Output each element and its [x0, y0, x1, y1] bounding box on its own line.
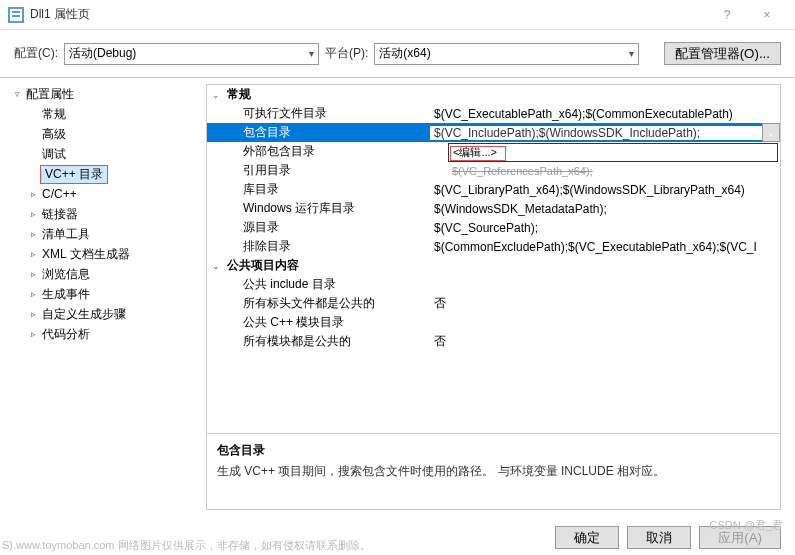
tree-item[interactable]: ▹XML 文档生成器	[4, 244, 196, 264]
grid-row-label: 外部包含目录	[225, 143, 430, 160]
expand-icon[interactable]: ▹	[26, 189, 40, 199]
grid-row[interactable]: 所有标头文件都是公共的否	[207, 294, 780, 313]
grid-row[interactable]: Windows 运行库目录$(WindowsSDK_MetadataPath);	[207, 199, 780, 218]
grid-row[interactable]: 公共 include 目录	[207, 275, 780, 294]
app-icon	[8, 7, 24, 23]
chevron-down-icon: ▾	[629, 48, 634, 59]
grid-row-value[interactable]: $(VC_IncludePath);$(WindowsSDK_IncludePa…	[430, 126, 762, 140]
grid-row-label: 引用目录	[225, 162, 430, 179]
tree-item[interactable]: ▹浏览信息	[4, 264, 196, 284]
toolbar: 配置(C): 活动(Debug) ▾ 平台(P): 活动(x64) ▾ 配置管理…	[0, 30, 795, 78]
grid-row-label: Windows 运行库目录	[225, 200, 430, 217]
dropdown-button[interactable]: ⌄	[762, 123, 780, 142]
grid-row-value[interactable]: $(WindowsSDK_MetadataPath);	[430, 202, 780, 216]
blank-icon: ·	[26, 169, 40, 179]
description-text: 生成 VC++ 项目期间，搜索包含文件时使用的路径。 与环境变量 INCLUDE…	[217, 463, 770, 480]
platform-value: 活动(x64)	[379, 45, 430, 62]
tree-item[interactable]: ·VC++ 目录	[4, 164, 196, 184]
watermark-csdn: CSDN @君_君	[709, 518, 783, 533]
tree-label: VC++ 目录	[40, 165, 108, 184]
collapse-icon[interactable]: ⌄	[207, 90, 225, 100]
grid-row-label: 包含目录	[225, 124, 430, 141]
platform-combo[interactable]: 活动(x64) ▾	[374, 43, 639, 65]
tree-view: ▿配置属性·常规·高级·调试·VC++ 目录▹C/C++▹链接器▹清单工具▹XM…	[0, 78, 200, 516]
tree-label: 配置属性	[24, 85, 76, 104]
grid-row-value[interactable]: $(CommonExcludePath);$(VC_ExecutablePath…	[430, 240, 780, 254]
blank-icon: ·	[26, 149, 40, 159]
grid-row-value[interactable]: 否	[430, 333, 780, 350]
tree-item[interactable]: ▹链接器	[4, 204, 196, 224]
tree-label: 常规	[40, 105, 68, 124]
grid-row-value[interactable]: $(VC_LibraryPath_x64);$(WindowsSDK_Libra…	[430, 183, 780, 197]
cancel-button[interactable]: 取消	[627, 526, 691, 549]
tree-label: C/C++	[40, 186, 79, 202]
collapse-icon[interactable]: ▿	[10, 89, 24, 99]
ok-button[interactable]: 确定	[555, 526, 619, 549]
tree-item[interactable]: ·调试	[4, 144, 196, 164]
expand-icon[interactable]: ▹	[26, 309, 40, 319]
tree-item[interactable]: ▹代码分析	[4, 324, 196, 344]
svg-rect-2	[12, 11, 20, 13]
expand-icon[interactable]: ▹	[26, 329, 40, 339]
collapse-icon[interactable]: ⌄	[207, 261, 225, 271]
grid-section-header[interactable]: ⌄公共项目内容	[207, 256, 780, 275]
tree-label: XML 文档生成器	[40, 245, 132, 264]
svg-rect-3	[12, 15, 20, 17]
grid-row[interactable]: 源目录$(VC_SourcePath);	[207, 218, 780, 237]
chevron-down-icon: ▾	[309, 48, 314, 59]
tree-label: 代码分析	[40, 325, 92, 344]
grid-row-value[interactable]: $(VC_ExecutablePath_x64);$(CommonExecuta…	[430, 107, 780, 121]
grid-row-label: 公共 include 目录	[225, 276, 430, 293]
tree-item[interactable]: ▿配置属性	[4, 84, 196, 104]
grid-row[interactable]: 可执行文件目录$(VC_ExecutablePath_x64);$(Common…	[207, 104, 780, 123]
grid-row[interactable]: 所有模块都是公共的否	[207, 332, 780, 351]
edit-value: <编辑...>	[453, 145, 497, 160]
grid-row-label: 库目录	[225, 181, 430, 198]
obscured-value: $(VC_ReferencesPath_x64);	[452, 165, 593, 177]
grid-header-label: 常规	[225, 86, 430, 103]
description-title: 包含目录	[217, 442, 770, 459]
window-title: Dll1 属性页	[30, 6, 707, 23]
tree-label: 清单工具	[40, 225, 92, 244]
tree-item[interactable]: ·高级	[4, 124, 196, 144]
config-combo[interactable]: 活动(Debug) ▾	[64, 43, 319, 65]
grid-row-label: 所有标头文件都是公共的	[225, 295, 430, 312]
grid-row-label: 排除目录	[225, 238, 430, 255]
tree-label: 高级	[40, 125, 68, 144]
tree-item[interactable]: ▹清单工具	[4, 224, 196, 244]
close-button[interactable]: ×	[747, 1, 787, 29]
expand-icon[interactable]: ▹	[26, 269, 40, 279]
blank-icon: ·	[26, 109, 40, 119]
tree-label: 链接器	[40, 205, 80, 224]
expand-icon[interactable]: ▹	[26, 209, 40, 219]
expand-icon[interactable]: ▹	[26, 229, 40, 239]
tree-item[interactable]: ▹C/C++	[4, 184, 196, 204]
grid-row-value[interactable]: 否	[430, 295, 780, 312]
expand-icon[interactable]: ▹	[26, 289, 40, 299]
tree-item[interactable]: ·常规	[4, 104, 196, 124]
grid-header-label: 公共项目内容	[225, 257, 430, 274]
grid-row[interactable]: 排除目录$(CommonExcludePath);$(VC_Executable…	[207, 237, 780, 256]
grid-row-label: 公共 C++ 模块目录	[225, 314, 430, 331]
tree-label: 调试	[40, 145, 68, 164]
edit-dropdown[interactable]: <编辑...>	[448, 143, 778, 162]
grid-row[interactable]: 包含目录$(VC_IncludePath);$(WindowsSDK_Inclu…	[207, 123, 780, 142]
tree-label: 自定义生成步骤	[40, 305, 128, 324]
platform-label: 平台(P):	[325, 45, 368, 62]
tree-item[interactable]: ▹生成事件	[4, 284, 196, 304]
titlebar: Dll1 属性页 ? ×	[0, 0, 795, 30]
config-manager-button[interactable]: 配置管理器(O)...	[664, 42, 781, 65]
grid-row-value[interactable]: $(VC_SourcePath);	[430, 221, 780, 235]
tree-item[interactable]: ▹自定义生成步骤	[4, 304, 196, 324]
grid-row-label: 源目录	[225, 219, 430, 236]
tree-label: 生成事件	[40, 285, 92, 304]
grid-row[interactable]: 库目录$(VC_LibraryPath_x64);$(WindowsSDK_Li…	[207, 180, 780, 199]
grid-row-label: 可执行文件目录	[225, 105, 430, 122]
grid-section-header[interactable]: ⌄常规	[207, 85, 780, 104]
blank-icon: ·	[26, 129, 40, 139]
expand-icon[interactable]: ▹	[26, 249, 40, 259]
grid-row[interactable]: 公共 C++ 模块目录	[207, 313, 780, 332]
config-label: 配置(C):	[14, 45, 58, 62]
help-button[interactable]: ?	[707, 1, 747, 29]
property-grid: ⌄常规可执行文件目录$(VC_ExecutablePath_x64);$(Com…	[207, 85, 780, 433]
